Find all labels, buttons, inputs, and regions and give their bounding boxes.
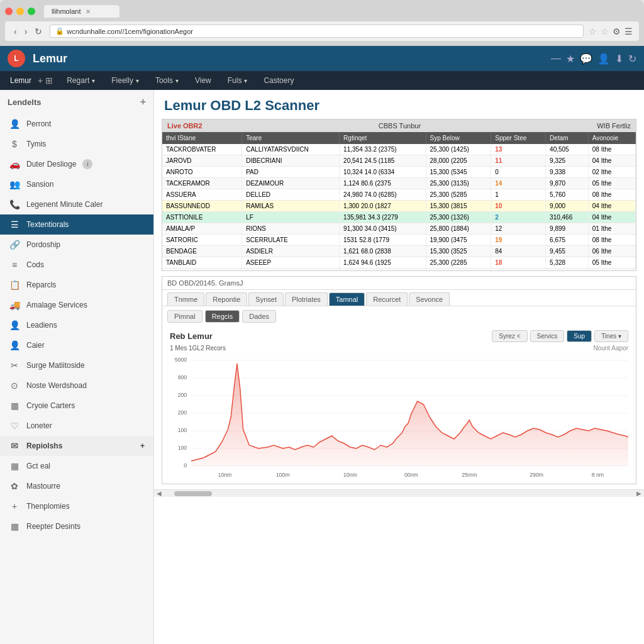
nav-fieelly[interactable]: Fieelly ▾ — [104, 71, 147, 90]
table-cell-col7: 05 Ithe — [588, 178, 635, 189]
sidebar-item-mastourre[interactable]: ✿ Mastourre — [0, 476, 153, 496]
browser-tab[interactable]: llihmolant ✕ — [44, 5, 119, 18]
sidebar-item-amalage[interactable]: 🚚 Amalage Services — [0, 295, 153, 315]
account-icon[interactable]: 👤 — [597, 53, 610, 65]
tab-tnmme[interactable]: Tnmme — [167, 292, 204, 306]
tab-tamnal[interactable]: Tamnal — [329, 292, 365, 306]
refresh-app-icon[interactable]: ↻ — [628, 53, 636, 65]
tab-synset[interactable]: Synset — [248, 292, 284, 306]
extensions-icon[interactable]: ⚙ — [613, 26, 621, 36]
bookmark-app-icon[interactable]: ★ — [566, 53, 575, 65]
sidebar-add-button[interactable]: + — [140, 96, 146, 108]
nav-view[interactable]: View — [187, 71, 219, 90]
sidebar-item-caier[interactable]: 👤 Caier — [0, 335, 153, 355]
minimize-app-icon[interactable]: — — [551, 53, 561, 64]
nav-fuls[interactable]: Fuls ▾ — [220, 71, 255, 90]
email-icon: ✉ — [9, 441, 20, 451]
url-display[interactable]: wcndunhalle.com//1cem/figionationAegor — [67, 28, 193, 35]
clipboard-icon: 📋 — [9, 280, 20, 290]
chart-btn-sup[interactable]: Sup — [567, 330, 592, 342]
chat-icon[interactable]: 💬 — [580, 53, 592, 65]
minimize-button[interactable] — [16, 8, 24, 15]
plus-icon[interactable]: + — [38, 75, 43, 86]
table-cell-col3: 91,300 34.0 (3415) — [340, 223, 426, 235]
refresh-button[interactable]: ↻ — [32, 25, 45, 38]
main-layout: Lendelts + 👤 Perront $ Tymis 🚗 Duter Des… — [0, 90, 644, 644]
sidebar-item-deslioge[interactable]: 🚗 Duter Deslioge i — [0, 154, 153, 174]
table-row[interactable]: TACKERAMORDEZAIMOUR1,124 80.6 (237525,30… — [162, 178, 636, 189]
table-row[interactable]: BASSUNNEODRAMILAS1,300 20.0 (182715,300 … — [162, 201, 636, 212]
sidebar-gcteal-label: Gct eal — [26, 462, 50, 470]
tab-recurcet[interactable]: Recurcet — [366, 292, 408, 306]
star-icon[interactable]: ☆ — [601, 26, 609, 36]
bookmark-icon[interactable]: ☆ — [589, 26, 597, 36]
sidebar-leadiens-label: Leadiens — [26, 321, 57, 330]
table-row[interactable]: SATRORICSCERRULATE1531 52.8 (177919,900 … — [162, 235, 636, 246]
nav-castoery[interactable]: Castoery — [256, 71, 301, 90]
table-row[interactable]: JAROVDDIBECRIANI20,541 24.5 (118528,000 … — [162, 155, 636, 167]
table-cell-col4: 19,900 (3475 — [426, 235, 491, 246]
close-button[interactable] — [5, 8, 13, 15]
table-row[interactable]: BENDAGEASDIELR1,621 68.0 (283815,300 (35… — [162, 246, 636, 257]
tab-repontie[interactable]: Repontie — [206, 292, 247, 306]
sidebar-item-caler[interactable]: 📞 Legenent Minute Caler — [0, 194, 153, 214]
scroll-right-arrow[interactable]: ▶ — [636, 490, 641, 497]
sidebar-item-perront[interactable]: 👤 Perront — [0, 114, 153, 134]
heart-icon: ♡ — [9, 421, 20, 431]
detail-title: BD OBD/20145. GramsJ — [162, 277, 636, 290]
table-cell-col1: AMIALA/P — [162, 223, 242, 235]
table-row[interactable]: ASSUERADELLED24,980 74.0 (6285)25,300 (5… — [162, 189, 636, 201]
sidebar-item-leadiens[interactable]: 👤 Leadiens — [0, 315, 153, 335]
menu-icon[interactable]: ☰ — [625, 26, 633, 36]
sub-tab-dades[interactable]: Dades — [242, 310, 276, 323]
sidebar-item-sansion[interactable]: 👥 Sansion — [0, 174, 153, 194]
sub-tab-pimnal[interactable]: Pimnal — [167, 310, 203, 323]
download-icon[interactable]: ⬇ — [615, 53, 623, 65]
sidebar-item-surge[interactable]: ✂ Surge Matiitoside — [0, 355, 153, 375]
table-row[interactable]: TANBLAIDASEEEP1,624 94.6 (192525,300 (22… — [162, 257, 636, 269]
sidebar-item-loneter[interactable]: ♡ Loneter — [0, 416, 153, 436]
table-row[interactable]: TVEN BAROCCRGELIER1,334 34.2 (343249,900… — [162, 269, 636, 271]
sidebar-item-reparcls[interactable]: 📋 Reparcls — [0, 275, 153, 295]
nav-regart[interactable]: Regart ▾ — [59, 71, 103, 90]
sidebar-item-thenplomies[interactable]: + Thenplomies — [0, 496, 153, 516]
back-button[interactable]: ‹ — [11, 25, 19, 38]
flower-icon: ✿ — [9, 481, 20, 491]
chart-btn-servics[interactable]: Servics — [530, 330, 565, 342]
sub-tab-regcis[interactable]: Regcis — [205, 310, 240, 323]
group-icon: 👥 — [9, 179, 20, 189]
table-row[interactable]: ANROTOPAD10,324 14.0 (633415,300 (534509… — [162, 167, 636, 178]
forward-button[interactable]: › — [22, 25, 30, 38]
tab-plotriates[interactable]: Plotriates — [285, 292, 328, 306]
table-row[interactable]: ASTTIONILELF135,981 34.3 (227925,300 (13… — [162, 212, 636, 223]
chart-btn-syrez[interactable]: Syrez < — [492, 330, 527, 342]
table-cell-col6: 310,466 — [546, 212, 589, 223]
grid-icon[interactable]: ⊞ — [45, 75, 53, 86]
maximize-button[interactable] — [28, 8, 35, 15]
horizontal-scrollbar[interactable]: ◀ ▶ — [154, 489, 644, 497]
table-cell-col6: 9,338 — [546, 167, 589, 178]
sidebar-item-gcteal[interactable]: ▦ Gct eal — [0, 456, 153, 476]
sidebar-item-repiolshs[interactable]: ✉ Repiolshs + — [0, 436, 153, 456]
repiolshs-add-icon[interactable]: + — [140, 441, 145, 450]
sidebar-item-pordoship[interactable]: 🔗 Pordoship — [0, 235, 153, 255]
sidebar-toggle[interactable]: Lemur + ⊞ — [5, 73, 58, 88]
tab-sevonce[interactable]: Sevonce — [409, 292, 450, 306]
sidebar-item-textentiorals[interactable]: ☰ Textentiorals — [0, 214, 153, 235]
window-controls — [5, 8, 35, 15]
sidebar-item-reepter[interactable]: ▦ Reepter Desints — [0, 516, 153, 536]
scroll-left-arrow[interactable]: ◀ — [157, 490, 162, 497]
table-row[interactable]: TACKROBVATERCALLIYATARSVDIICN11,354 33.2… — [162, 144, 636, 155]
table-cell-col3: 1,124 80.6 (2375 — [340, 178, 426, 189]
chart-btn-tines[interactable]: Tines ▾ — [594, 330, 628, 342]
nav-tools[interactable]: Tools ▾ — [148, 71, 186, 90]
tab-close-icon[interactable]: ✕ — [86, 8, 91, 15]
scroll-thumb[interactable] — [174, 491, 212, 496]
sidebar-item-tymis[interactable]: $ Tymis — [0, 134, 153, 154]
svg-text:100: 100 — [178, 427, 187, 433]
table-cell-col3: 1,334 34.2 (3432 — [340, 269, 426, 271]
sidebar-item-cryoie[interactable]: ▦ Cryoie Carters — [0, 396, 153, 416]
sidebar-item-noste[interactable]: ⊙ Noste Werdshoad — [0, 375, 153, 396]
sidebar-item-cods[interactable]: ≡ Cods — [0, 255, 153, 275]
table-row[interactable]: AMIALA/PRIONS91,300 34.0 (3415)25,800 (1… — [162, 223, 636, 235]
